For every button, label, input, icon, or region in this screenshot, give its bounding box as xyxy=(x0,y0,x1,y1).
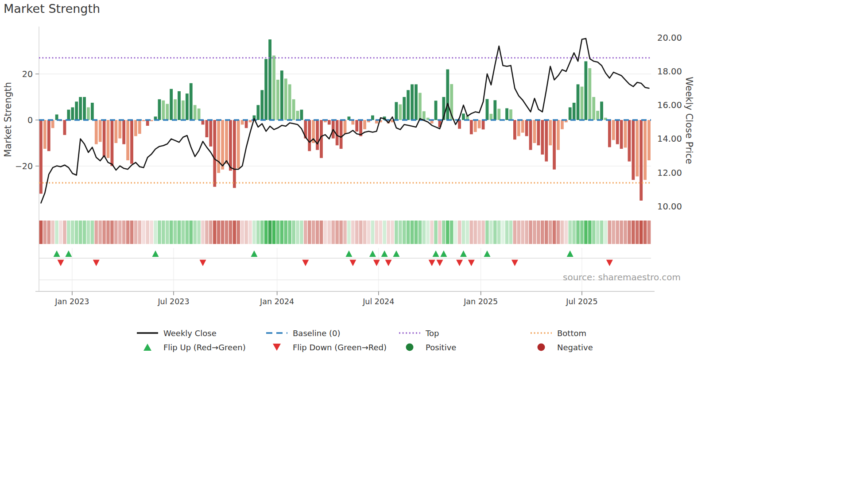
strength-bar xyxy=(316,120,319,150)
right-axis-title: Weekly Close Price xyxy=(684,77,694,164)
strength-bar xyxy=(51,120,54,128)
heatmap-cell xyxy=(304,221,307,244)
strength-bar xyxy=(272,55,275,120)
heatmap-cell xyxy=(260,221,264,244)
strength-bar xyxy=(407,90,410,120)
heatmap-cell xyxy=(264,221,268,244)
strength-bar xyxy=(237,120,240,168)
flip-down-triangle-icon xyxy=(266,343,287,352)
heatmap-cell xyxy=(252,221,256,244)
heatmap-cell xyxy=(442,221,446,244)
heatmap-cell xyxy=(568,221,572,244)
flip-down-marker xyxy=(93,260,100,267)
legend-label: Flip Down (Green→Red) xyxy=(293,343,387,352)
strength-bar xyxy=(138,120,141,134)
strength-bar xyxy=(446,70,449,120)
heatmap-cell xyxy=(47,221,50,244)
heatmap-cell xyxy=(63,221,66,244)
heatmap-cell xyxy=(473,221,477,244)
flip-down-marker xyxy=(302,260,309,267)
strength-bar xyxy=(486,99,489,120)
heatmap-cell xyxy=(209,221,213,244)
heatmap-cell xyxy=(592,221,596,244)
heatmap-cell xyxy=(616,221,619,244)
top-dots-icon xyxy=(399,329,420,337)
heatmap-cell xyxy=(193,221,197,244)
strength-bar xyxy=(221,120,224,170)
heatmap-cell xyxy=(639,221,643,244)
strength-bar xyxy=(225,120,228,164)
heatmap-cell xyxy=(296,221,299,244)
heatmap-cell xyxy=(240,221,244,244)
flip-up-marker xyxy=(393,251,399,257)
heatmap-cell xyxy=(632,221,635,244)
flip-up-marker xyxy=(484,251,490,257)
flip-up-marker xyxy=(381,251,388,257)
heatmap-cell xyxy=(292,221,295,244)
heatmap-cell xyxy=(450,221,453,244)
negative-circle-icon xyxy=(531,343,552,352)
heatmap-cell xyxy=(383,221,386,244)
strength-bar xyxy=(114,120,117,143)
strength-bar xyxy=(513,120,516,139)
heatmap-cell xyxy=(497,221,501,244)
strength-bar xyxy=(616,120,619,144)
flip-down-marker xyxy=(385,260,392,267)
heatmap-cell xyxy=(197,221,201,244)
strength-bar xyxy=(418,93,422,120)
legend-item-flip-up: Flip Up (Red→Green) xyxy=(137,341,246,353)
strength-bar xyxy=(434,101,438,120)
heatmap-cell xyxy=(154,221,157,244)
legend-label: Negative xyxy=(557,343,593,352)
flip-up-marker xyxy=(567,251,574,257)
strength-bar xyxy=(118,120,121,139)
heatmap-cell xyxy=(118,221,122,244)
heatmap-cell xyxy=(477,221,481,244)
strength-bar xyxy=(256,105,260,120)
strength-bar xyxy=(545,120,548,162)
heatmap-cell xyxy=(138,221,142,244)
x-axis-tick-label: Jul 2024 xyxy=(362,297,394,306)
heatmap-cell xyxy=(335,221,339,244)
heatmap-cell xyxy=(312,221,315,244)
x-axis-tick-label: Jul 2025 xyxy=(566,297,597,306)
heatmap-cell xyxy=(272,221,276,244)
heatmap-cell xyxy=(596,221,600,244)
strength-bar xyxy=(462,113,465,120)
source-text: source: sharemaestro.com xyxy=(563,272,681,283)
heatmap-cell xyxy=(517,221,521,244)
strength-bar xyxy=(178,91,181,120)
strength-bar xyxy=(280,70,283,120)
heatmap-cell xyxy=(98,221,102,244)
heatmap-cell xyxy=(553,221,556,244)
strength-bar xyxy=(142,120,145,121)
heatmap-cell xyxy=(493,221,497,244)
legend-label: Top xyxy=(426,329,439,338)
flip-down-marker xyxy=(606,260,613,267)
heatmap-cell xyxy=(489,221,493,244)
heatmap-cell xyxy=(236,221,240,244)
strength-bar xyxy=(509,109,512,120)
heatmap-cell xyxy=(608,221,612,244)
heatmap-cell xyxy=(505,221,509,244)
heatmap-cell xyxy=(624,221,627,244)
heatmap-cell xyxy=(91,221,94,244)
heatmap-cell xyxy=(501,221,505,244)
heatmap-cell xyxy=(288,221,291,244)
x-axis-tick-label: Jan 2023 xyxy=(54,297,89,306)
strength-bar xyxy=(260,90,264,120)
heatmap-cell xyxy=(367,221,371,244)
strength-bar xyxy=(126,120,129,160)
strength-bar xyxy=(636,120,639,176)
strength-bar xyxy=(533,120,536,143)
strength-bar xyxy=(549,120,552,145)
right-axis-tick-label: 16.00 xyxy=(657,100,682,110)
legend-label: Weekly Close xyxy=(163,329,217,338)
right-axis-tick-label: 20.00 xyxy=(657,33,682,43)
heatmap-cell xyxy=(422,221,426,244)
heatmap-cell xyxy=(166,221,169,244)
heatmap-cell xyxy=(529,221,532,244)
flip-up-marker xyxy=(460,251,467,257)
heatmap-cell xyxy=(158,221,161,244)
strength-bar xyxy=(205,120,209,137)
